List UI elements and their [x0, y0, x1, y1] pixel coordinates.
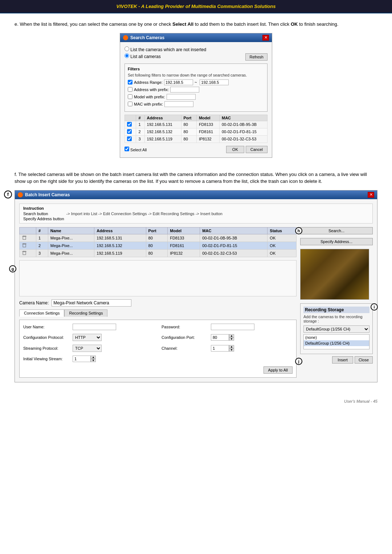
batch-dialog-title: Batch Insert Cameras [25, 192, 70, 197]
radio-not-inserted[interactable]: List the cameras which are not inserted [124, 46, 268, 52]
filter-description: Set following filters to narrow down the… [128, 73, 264, 77]
header-text: VIVOTEK - A Leading Provider of Multimed… [117, 4, 276, 9]
col-port: Port [181, 115, 196, 121]
batch-col-address: Address [94, 227, 146, 234]
password-row: Password: [162, 324, 293, 330]
trash-icon[interactable] [22, 235, 27, 240]
insert-button[interactable]: Insert [332, 356, 353, 364]
config-port-down[interactable]: ▼ [229, 337, 234, 341]
model-prefix-checkbox[interactable] [128, 94, 132, 99]
address-range-from[interactable] [164, 79, 193, 85]
config-port-input[interactable] [211, 334, 229, 341]
initial-stream-row: Initial Viewing Stream: ▲ ▼ [23, 356, 154, 362]
table-row[interactable]: 2 192.168.5.132 80 FD8161 00-02-D1-FD-81… [125, 128, 268, 135]
username-label: User Name: [23, 325, 70, 329]
config-protocol-label: Configuration Protocol: [23, 335, 70, 340]
mac-prefix-input[interactable] [164, 101, 193, 107]
table-row[interactable]: 1 192.168.5.131 80 FD8133 00-02-D1-0B-95… [125, 121, 268, 128]
row3-checkbox[interactable] [127, 136, 132, 141]
config-protocol-select[interactable]: HTTP HTTPS [73, 334, 102, 341]
address-prefix-input[interactable] [170, 87, 199, 93]
section-e-text: e. When the list is filtered, you can se… [15, 21, 377, 28]
apply-to-all-button[interactable]: Apply to All [264, 366, 293, 374]
batch-dialog-body: Instruction Search button Specify Addres… [15, 199, 377, 382]
initial-stream-label: Initial Viewing Stream: [23, 357, 70, 361]
address-prefix-filter: Address with prefix: [128, 87, 264, 93]
cancel-button[interactable]: Cancel [246, 146, 268, 153]
instruction-box: Instruction Search button Specify Addres… [19, 204, 373, 223]
select-all-row: Select All OK Cancel [124, 146, 268, 153]
initial-stream-up[interactable]: ▲ [91, 356, 96, 359]
apply-all-row: Apply to All [23, 366, 293, 374]
config-port-up[interactable]: ▲ [229, 334, 234, 337]
radio-all-cameras[interactable]: List all cameras [124, 53, 161, 59]
recording-storage-desc: Add the cameras to the recording storage… [303, 315, 369, 323]
channel-input[interactable] [211, 345, 229, 352]
filters-title: Filters [128, 67, 264, 71]
recording-storage-panel: Recording Storage Add the cameras to the… [300, 303, 373, 354]
batch-dialog-close[interactable]: ✕ [368, 192, 374, 198]
table-row[interactable]: 2 Mega-Pixe... 192.168.5.132 80 FD8161 0… [20, 242, 297, 249]
table-row[interactable]: 3 Mega-Pixe... 192.168.5.119 80 IP8132 0… [20, 249, 297, 257]
select-all-checkbox[interactable] [124, 147, 129, 151]
table-row[interactable]: 1 Mega-Pixe... 192.168.5.131 80 FD8133 0… [20, 234, 297, 242]
specify-address-button[interactable]: Specify Address... [300, 238, 373, 245]
recording-storage-title: Recording Storage [303, 307, 369, 313]
search-dialog-titlebar: Search Cameras ✕ [120, 33, 272, 42]
address-prefix-checkbox[interactable] [128, 87, 132, 92]
refresh-button[interactable]: Refresh [245, 53, 268, 61]
f-marker: f [4, 190, 12, 198]
address-range-to[interactable] [200, 79, 229, 85]
batch-dialog-titlebar: Batch Insert Cameras ✕ [15, 190, 377, 199]
connection-settings-panel: User Name: Password: Configuration Proto… [19, 320, 297, 378]
radio-group: List the cameras which are not inserted … [124, 46, 268, 61]
trash-icon[interactable] [22, 243, 27, 248]
col-mac: MAC [219, 115, 267, 121]
username-input[interactable] [73, 324, 116, 330]
tab-connection-settings[interactable]: Connection Settings [19, 309, 64, 317]
channel-down[interactable]: ▼ [229, 348, 234, 352]
search-dialog-close[interactable]: ✕ [262, 35, 269, 41]
initial-stream-down[interactable]: ▼ [91, 359, 96, 362]
trash-icon[interactable] [22, 250, 27, 255]
batch-col-name: Name [48, 227, 94, 234]
settings-tabs: Connection Settings Recording Settings [19, 309, 297, 317]
dialog-icon [123, 35, 128, 40]
list-item[interactable]: DefaultGroup (1/256 CH) [304, 340, 369, 346]
camera-name-input[interactable] [52, 299, 131, 307]
camera-name-row: Camera Name: [19, 299, 297, 307]
j-marker: j [295, 358, 302, 365]
batch-dialog-icon [18, 192, 23, 197]
config-port-row: Configuration Port: ▲ ▼ [162, 334, 293, 341]
recording-storage-listbox[interactable]: (none) DefaultGroup (1/256 CH) [303, 334, 369, 349]
model-prefix-input[interactable] [167, 94, 196, 100]
mac-prefix-filter: MAC with prefix: [128, 101, 264, 107]
row2-checkbox[interactable] [127, 129, 132, 134]
initial-stream-input[interactable] [73, 356, 91, 362]
streaming-protocol-select[interactable]: TCP UDP [73, 345, 102, 352]
col-address: Address [144, 115, 181, 121]
table-row[interactable]: 3 192.168.5.119 80 IP8132 00-02-D1-32-C3… [125, 135, 268, 143]
channel-label: Channel: [162, 346, 209, 350]
search-button[interactable]: Search... [300, 227, 373, 234]
connection-form: User Name: Password: Configuration Proto… [23, 324, 293, 364]
svg-rect-4 [23, 244, 26, 247]
ok-button[interactable]: OK [226, 146, 244, 153]
i-marker: i [371, 303, 378, 311]
tab-recording-settings[interactable]: Recording Settings [64, 309, 107, 317]
svg-rect-0 [23, 237, 26, 239]
search-cameras-dialog: Search Cameras ✕ List the cameras which … [120, 33, 272, 158]
password-input[interactable] [211, 324, 254, 330]
channel-up[interactable]: ▲ [229, 345, 234, 348]
select-all-label[interactable]: Select All [124, 147, 147, 152]
row1-checkbox[interactable] [127, 122, 132, 127]
svg-rect-8 [23, 252, 26, 255]
close-button[interactable]: Close [355, 356, 373, 364]
list-item[interactable]: (none) [304, 335, 369, 340]
config-port-label: Configuration Port: [162, 335, 209, 340]
address-range-checkbox[interactable] [128, 80, 132, 85]
col-check [125, 115, 136, 121]
footer-text: User's Manual - 45 [344, 399, 377, 403]
mac-prefix-checkbox[interactable] [128, 102, 132, 106]
recording-storage-select[interactable]: DefaultGroup (1/256 CH) [303, 325, 369, 333]
